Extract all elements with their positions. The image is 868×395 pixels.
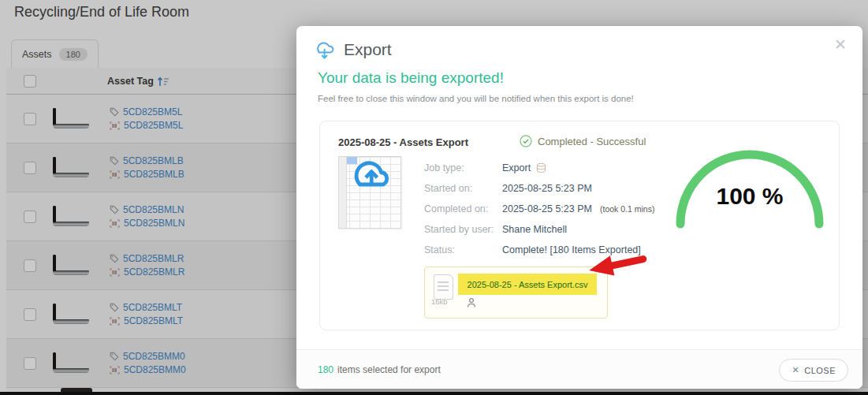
selected-count: 180 [318,364,333,375]
user-icon [466,297,477,308]
export-subheading: Feel free to close this window and you w… [318,94,634,103]
job-fields: Job type: Export Started on: 2025-08-25 … [424,158,654,260]
annotation-arrow-icon [584,254,650,285]
job-status-badge: Completed - Successful [520,135,646,147]
modal-header: Export [312,38,392,61]
selected-count-text: 180items selected for export [318,364,441,375]
export-file-link[interactable]: 2025-08-25 - Assets Export.csv [458,274,597,295]
modal-title: Export [344,40,392,59]
modal-footer: 180items selected for export ✕ CLOSE [296,349,862,389]
close-button-x-icon: ✕ [792,365,799,375]
database-icon [535,162,547,174]
export-heading: Your data is being exported! [318,69,504,87]
check-circle-icon [520,135,532,147]
export-job-card: 2025-08-25 - Assets Export Completed - S… [319,121,840,330]
file-size: 16kb [431,297,448,306]
job-name: 2025-08-25 - Assets Export [338,136,468,148]
field-job-type: Job type: Export [424,158,654,178]
export-file-attachment[interactable]: 16kb 2025-08-25 - Assets Export.csv [424,266,608,319]
cloud-upload-icon [345,156,397,196]
cloud-download-icon [312,38,336,61]
duration-note: (took 0.1 mins) [600,204,654,214]
close-button[interactable]: ✕ CLOSE [779,359,848,382]
field-completed-on: Completed on: 2025-08-25 5:23 PM (took 0… [424,199,654,219]
modal-close-icon[interactable]: ✕ [834,35,847,54]
progress-percent: 100 % [675,183,825,210]
export-modal: Export ✕ Your data is being exported! Fe… [296,26,862,389]
file-icon [434,274,453,300]
field-started-by: Started by user: Shane Mitchell [424,219,654,240]
field-started-on: Started on: 2025-08-25 5:23 PM [424,178,654,199]
